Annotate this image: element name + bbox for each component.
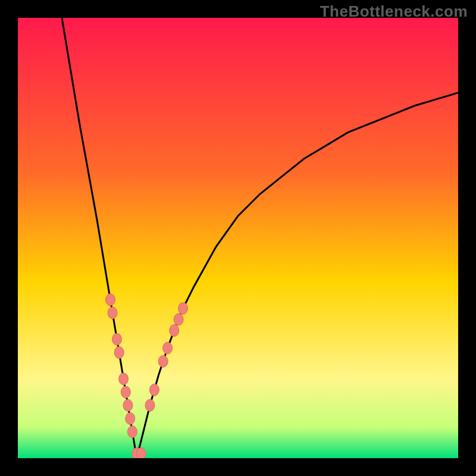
data-marker	[105, 294, 115, 306]
data-marker	[114, 346, 124, 358]
watermark-text: TheBottleneck.com	[320, 2, 468, 21]
data-marker	[163, 342, 173, 354]
data-marker	[112, 333, 122, 345]
data-marker	[170, 324, 179, 336]
chart-svg	[18, 18, 458, 458]
data-marker	[127, 426, 137, 438]
plot-area	[18, 18, 458, 458]
data-marker	[123, 399, 133, 411]
data-marker	[119, 373, 129, 385]
data-marker	[174, 314, 183, 325]
data-marker	[178, 302, 188, 314]
chart-frame: TheBottleneck.com	[0, 0, 476, 476]
gradient-bg	[18, 18, 458, 458]
data-marker	[158, 355, 168, 367]
data-marker	[126, 412, 135, 424]
data-marker	[108, 307, 117, 319]
data-marker	[121, 386, 130, 398]
data-marker	[136, 448, 146, 458]
data-marker	[149, 384, 159, 396]
data-marker	[145, 399, 155, 411]
